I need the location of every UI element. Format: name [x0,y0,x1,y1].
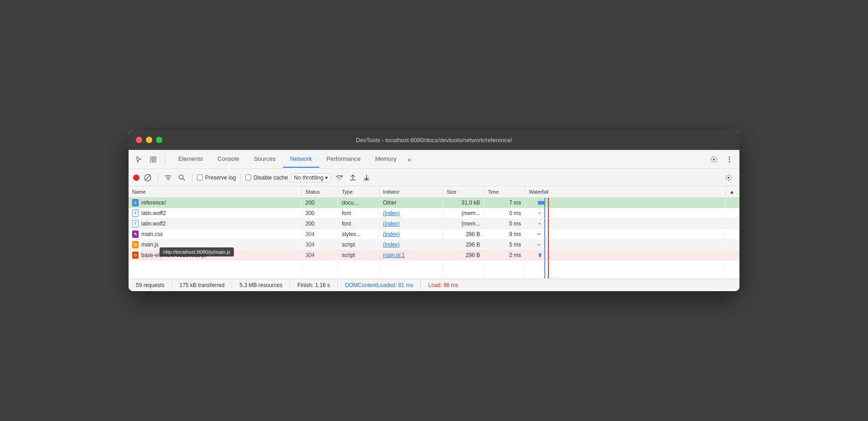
waterfall-vline-blue [544,261,545,278]
inspect-icon[interactable] [147,153,160,166]
table-row[interactable]: T latin.woff2 200 font (index) (mem... 0… [129,208,739,219]
col-time[interactable]: Time [484,186,525,197]
settings-icon[interactable] [708,153,720,166]
row-type: script [338,250,379,260]
waterfall-vline-blue [544,198,545,208]
tab-console[interactable]: Console [210,151,247,168]
more-tabs-button[interactable]: » [404,151,415,168]
table-row[interactable]: T latin.woff2 200 font (index) (mem... 0… [129,219,739,229]
upload-icon[interactable] [347,172,358,183]
status-sep [289,282,290,289]
network-toolbar: Preserve log Disable cache No throttling… [129,169,739,186]
maximize-button[interactable] [156,137,162,143]
row-status: 200 [302,198,338,208]
row-size: (mem... [443,208,484,218]
status-sep [232,282,232,289]
filter-icon[interactable] [163,172,174,183]
col-status[interactable]: Status [302,186,338,197]
empty-cell [443,261,484,278]
waterfall-vline-red [548,240,549,250]
row-initiator[interactable]: main.js:1 [379,250,443,260]
waterfall-bar [538,201,544,205]
requests-count: 59 requests [136,282,165,288]
name-wrapper: ⊙ main.js http://localhost:8080/js/main.… [132,241,298,248]
row-waterfall [525,250,726,260]
tabs: Elements Console Sources Network Perform… [171,151,708,168]
svg-rect-1 [154,157,156,159]
row-name: T latin.woff2 [129,208,302,218]
svg-point-6 [729,159,730,160]
row-initiator[interactable]: (index) [379,229,443,239]
network-settings-icon[interactable] [722,171,735,184]
svg-rect-2 [150,160,153,162]
tab-network[interactable]: Network [283,151,320,168]
row-extra [726,219,739,229]
waterfall-bar [537,234,541,235]
title-bar: DevTools - localhost:8080/docs/devtools/… [129,130,739,150]
row-time: 2 ms [484,250,525,260]
row-extra [726,229,739,239]
waterfall-bar [539,253,541,257]
table-row[interactable]: ≡ reference/ 200 docu... Other 31.0 kB 7… [129,198,739,208]
devtools-window: DevTools - localhost:8080/docs/devtools/… [129,130,739,291]
waterfall-vline-red [548,208,549,218]
status-bar: 59 requests 175 kB transferred 5.3 MB re… [129,279,739,291]
tab-memory[interactable]: Memory [368,151,404,168]
row-waterfall [525,208,726,218]
table-row[interactable]: ✎ main.css 304 styles... (index) 296 B 9… [129,229,739,240]
close-button[interactable] [136,137,142,143]
record-button[interactable] [133,175,140,181]
transferred-size: 175 kB transferred [180,282,225,288]
row-time: 7 ms [484,198,525,208]
col-waterfall[interactable]: Waterfall [525,186,726,197]
more-options-icon[interactable] [723,153,736,166]
row-size: 296 B [443,229,484,239]
throttle-select[interactable]: No throttling ▾ [291,173,331,182]
row-size: 296 B [443,240,484,250]
tab-sources[interactable]: Sources [247,151,283,168]
minimize-button[interactable] [146,137,152,143]
wifi-icon[interactable] [334,172,345,183]
table-row-empty [129,261,739,279]
svg-line-11 [183,179,185,180]
tab-performance[interactable]: Performance [319,151,367,168]
table-row[interactable]: ⊙ main.js http://localhost:8080/js/main.… [129,240,739,250]
waterfall-vline-blue [544,219,545,229]
col-sort[interactable]: ▲ [726,186,739,197]
tab-bar-right [708,153,736,166]
col-initiator[interactable]: Initiator [379,186,443,197]
tab-elements[interactable]: Elements [171,151,210,168]
row-initiator[interactable]: (index) [379,219,443,229]
download-icon[interactable] [361,172,372,183]
dom-content-loaded: DOMContentLoaded: 81 ms [345,282,413,288]
row-type: docu... [338,198,379,208]
row-name: ≡ reference/ [129,198,302,208]
row-status: 304 [302,229,338,239]
col-size[interactable]: Size [443,186,484,197]
toolbar-separator-3 [240,173,241,182]
empty-cell [129,261,302,278]
row-extra [726,198,739,208]
row-initiator[interactable]: (index) [379,240,443,250]
waterfall-vline-blue [544,240,545,250]
table-row[interactable]: ⊙ base-element-3018901b.js 304 script ma… [129,250,739,261]
col-type[interactable]: Type [338,186,379,197]
search-icon[interactable] [176,172,187,183]
toolbar-separator-1 [158,173,158,182]
col-name[interactable]: Name [129,186,302,197]
disable-cache-checkbox[interactable]: Disable cache [245,175,288,181]
waterfall-bar [539,213,540,214]
row-type: styles... [338,229,379,239]
waterfall-vline-blue [544,250,545,260]
row-type: font [338,219,379,229]
cursor-icon[interactable] [132,153,145,166]
row-type: script [338,240,379,250]
row-waterfall [525,219,726,229]
toolbar-separator-2 [192,173,192,182]
toolbar-right [722,171,735,184]
row-name: ✎ main.css [129,229,302,239]
svg-point-4 [713,159,715,160]
clear-icon[interactable] [142,172,153,183]
row-initiator[interactable]: (index) [379,208,443,218]
preserve-log-checkbox[interactable]: Preserve log [197,175,236,181]
